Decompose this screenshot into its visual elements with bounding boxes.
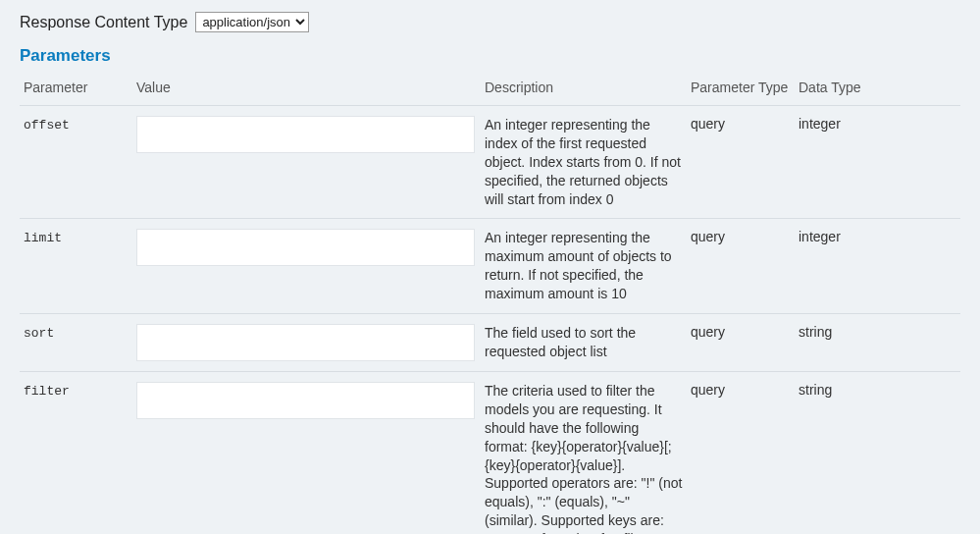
param-value-offset-input[interactable] bbox=[136, 116, 475, 153]
param-type-offset: query bbox=[687, 106, 795, 219]
param-type-limit: query bbox=[687, 219, 795, 314]
param-name-offset: offset bbox=[24, 118, 70, 133]
param-datatype-sort: string bbox=[795, 314, 960, 372]
table-row: sort The field used to sort the requeste… bbox=[20, 314, 960, 372]
param-description-offset: An integer representing the index of the… bbox=[481, 106, 687, 219]
header-parameter-type: Parameter Type bbox=[687, 74, 795, 106]
param-datatype-limit: integer bbox=[795, 219, 960, 314]
param-value-filter-input[interactable] bbox=[136, 382, 475, 419]
parameters-table: Parameter Value Description Parameter Ty… bbox=[20, 74, 960, 534]
table-row: offset An integer representing the index… bbox=[20, 106, 960, 219]
parameters-header-row: Parameter Value Description Parameter Ty… bbox=[20, 74, 960, 106]
param-name-filter: filter bbox=[24, 384, 70, 399]
table-row: limit An integer representing the maximu… bbox=[20, 219, 960, 314]
param-name-limit: limit bbox=[24, 231, 62, 245]
response-content-type-label: Response Content Type bbox=[20, 14, 187, 31]
header-value: Value bbox=[132, 74, 481, 106]
param-name-sort: sort bbox=[24, 326, 54, 341]
header-description: Description bbox=[481, 74, 687, 106]
table-row: filter The criteria used to filter the m… bbox=[20, 372, 960, 534]
param-description-sort: The field used to sort the requested obj… bbox=[481, 314, 687, 372]
param-type-filter: query bbox=[687, 372, 795, 534]
param-type-sort: query bbox=[687, 314, 795, 372]
response-content-type-row: Response Content Type application/json bbox=[20, 12, 960, 32]
param-datatype-offset: integer bbox=[795, 106, 960, 219]
param-value-limit-input[interactable] bbox=[136, 229, 475, 266]
header-data-type: Data Type bbox=[795, 74, 960, 106]
param-value-sort-input[interactable] bbox=[136, 324, 475, 361]
parameters-title: Parameters bbox=[20, 46, 960, 66]
response-content-type-select[interactable]: application/json bbox=[195, 12, 309, 32]
param-description-limit: An integer representing the maximum amou… bbox=[481, 219, 687, 314]
param-description-filter: The criteria used to filter the models y… bbox=[481, 372, 687, 534]
header-parameter: Parameter bbox=[20, 74, 132, 106]
param-datatype-filter: string bbox=[795, 372, 960, 534]
